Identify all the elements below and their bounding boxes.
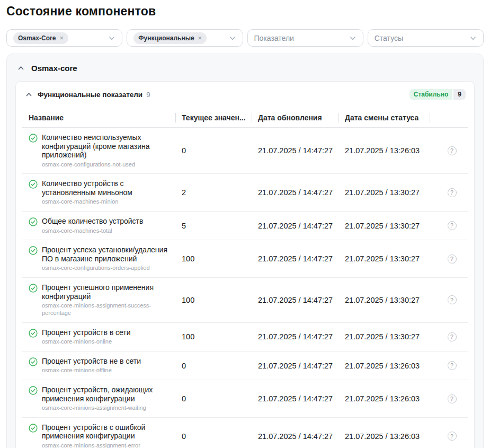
table-row: Процент успеха установки/удаления ПО в м… — [22, 240, 468, 278]
indicator-name-cell: Количество устройств с установленным мин… — [22, 179, 175, 206]
help-cell: ? — [430, 221, 468, 230]
indicator-name-cell: Процент устройств, ожидающих применения … — [22, 385, 175, 412]
table-row: Процент устройств, ожидающих применения … — [22, 380, 468, 418]
indicator-slug: osmax-core-minions-assignment-waiting — [42, 405, 173, 412]
filter-placeholder: Статусы — [375, 34, 403, 42]
status-ok-check-icon — [29, 246, 38, 255]
indicator-status-change-date: 21.07.2025 / 13:26:03 — [338, 394, 430, 403]
indicator-slug: osmax-core-minions-offline — [42, 367, 141, 374]
help-icon[interactable]: ? — [448, 188, 457, 197]
column-header-updated-date: Дата обновления — [252, 108, 338, 127]
chevron-up-icon — [25, 91, 32, 98]
indicator-title: Процент успешного применения конфигураци… — [42, 283, 173, 301]
indicator-status-change-date: 21.07.2025 / 13:30:27 — [338, 188, 430, 197]
indicator-status-change-date: 21.07.2025 / 13:26:03 — [338, 146, 430, 155]
status-ok-check-icon — [29, 357, 38, 366]
help-cell: ? — [430, 295, 468, 304]
indicator-updated-date: 21.07.2025 / 14:47:27 — [252, 146, 338, 155]
page: Состояние компонентов Osmax-Core × Функц… — [0, 0, 490, 448]
indicator-title: Процент устройств в сети — [42, 328, 131, 337]
status-ok-check-icon — [29, 180, 38, 189]
card-header[interactable]: Функциональные показатели 9 Стабильно 9 — [16, 82, 474, 104]
group-header-osmax-core[interactable]: Osmax-core — [15, 54, 475, 81]
indicator-title: Процент устройств, ожидающих применения … — [42, 385, 173, 403]
indicator-current-value: 2 — [175, 188, 252, 197]
indicator-updated-date: 21.07.2025 / 14:47:27 — [252, 432, 338, 441]
indicator-name-cell: Процент успеха установки/удаления ПО в м… — [22, 245, 175, 272]
indicator-slug: osmax-core-configurations-not-used — [42, 161, 173, 169]
indicator-name-cell: Общее количество устройств osmax-core-ma… — [22, 217, 175, 234]
chevron-up-icon — [17, 65, 24, 72]
help-icon[interactable]: ? — [448, 361, 457, 370]
indicator-updated-date: 21.07.2025 / 14:47:27 — [252, 332, 338, 341]
indicator-title: Процент устройств не в сети — [42, 357, 141, 366]
indicator-status-change-date: 21.07.2025 / 13:26:03 — [338, 432, 430, 441]
chevron-down-icon — [349, 34, 357, 42]
close-icon[interactable]: × — [198, 34, 202, 41]
column-header-name: Название — [22, 108, 175, 127]
status-ok-check-icon — [29, 386, 38, 395]
status-ok-check-icon — [29, 284, 38, 293]
help-icon[interactable]: ? — [448, 221, 457, 230]
card-count: 9 — [146, 91, 150, 99]
indicator-status-change-date: 21.07.2025 / 13:30:27 — [338, 332, 430, 341]
indicator-current-value: 100 — [175, 332, 252, 341]
filter-components-select[interactable]: Osmax-Core × — [6, 29, 122, 47]
status-ok-check-icon — [29, 217, 38, 226]
help-cell: ? — [430, 332, 468, 341]
filter-statuses-select[interactable]: Статусы — [368, 29, 484, 47]
table-row: Процент устройств не в сети osmax-core-m… — [22, 352, 468, 380]
indicator-status-change-date: 21.07.2025 / 13:30:27 — [338, 254, 430, 263]
indicator-updated-date: 21.07.2025 / 14:47:27 — [252, 362, 338, 370]
indicator-current-value: 0 — [175, 146, 252, 155]
column-header-status-change-date: Дата смены статуса — [338, 108, 430, 127]
help-icon[interactable]: ? — [448, 146, 457, 155]
indicator-current-value: 0 — [175, 432, 252, 441]
status-ok-check-icon — [29, 329, 38, 338]
filter-indicators-select[interactable]: Показатели — [247, 29, 363, 47]
indicator-name-cell: Процент устройств с ошибкой применения к… — [22, 423, 175, 448]
help-cell: ? — [430, 432, 468, 441]
group-title: Osmax-core — [31, 64, 77, 73]
indicator-slug: osmax-core-minions-assignment-error — [42, 442, 173, 448]
status-ok-check-icon — [29, 424, 38, 433]
help-cell: ? — [430, 361, 468, 370]
help-icon[interactable]: ? — [448, 332, 457, 341]
status-badge-label: Стабильно — [409, 89, 453, 100]
indicator-updated-date: 21.07.2025 / 14:47:27 — [252, 188, 338, 197]
help-cell: ? — [430, 254, 468, 263]
chevron-down-icon — [469, 34, 477, 42]
page-title: Состояние компонентов — [6, 4, 484, 19]
chevron-down-icon — [229, 34, 236, 42]
indicator-current-value: 100 — [175, 296, 252, 304]
help-cell: ? — [430, 188, 468, 197]
indicator-slug: osmax-core-configurations-orders-applied — [42, 265, 173, 272]
indicator-slug: osmax-core-machines-total — [42, 227, 143, 235]
indicator-title: Процент устройств с ошибкой применения к… — [42, 423, 173, 441]
indicator-status-change-date: 21.07.2025 / 13:26:03 — [338, 362, 430, 370]
help-icon[interactable]: ? — [448, 432, 457, 441]
filters-bar: Osmax-Core × Функциональные × Показатели… — [6, 29, 484, 47]
help-icon[interactable]: ? — [448, 254, 457, 263]
help-icon[interactable]: ? — [448, 295, 457, 304]
tag-label: Osmax-Core — [18, 34, 56, 42]
indicator-name-cell: Количество неиспользуемых конфигураций (… — [22, 133, 175, 168]
indicator-name-cell: Процент успешного применения конфигураци… — [22, 283, 175, 317]
help-icon[interactable]: ? — [448, 394, 457, 403]
component-panel: Osmax-core Функциональные показатели 9 С… — [6, 54, 484, 448]
close-icon[interactable]: × — [59, 34, 64, 41]
filter-placeholder: Показатели — [254, 34, 294, 42]
indicator-title: Процент успеха установки/удаления ПО в м… — [42, 245, 173, 263]
indicator-slug: osmax-core-minions-online — [42, 338, 131, 346]
indicator-current-value: 100 — [175, 254, 252, 263]
indicator-slug: osmax-core-minions-assignment-success-pe… — [42, 302, 173, 317]
filter-groups-select[interactable]: Функциональные × — [127, 29, 243, 47]
indicator-updated-date: 21.07.2025 / 14:47:27 — [252, 394, 338, 403]
help-cell: ? — [430, 146, 468, 155]
column-header-help — [430, 108, 468, 127]
indicator-updated-date: 21.07.2025 / 14:47:27 — [252, 254, 338, 263]
indicator-updated-date: 21.07.2025 / 14:47:27 — [252, 296, 338, 304]
indicator-current-value: 0 — [175, 394, 252, 403]
column-header-current-value: Текущее значен... — [175, 108, 252, 127]
help-cell: ? — [430, 394, 468, 403]
